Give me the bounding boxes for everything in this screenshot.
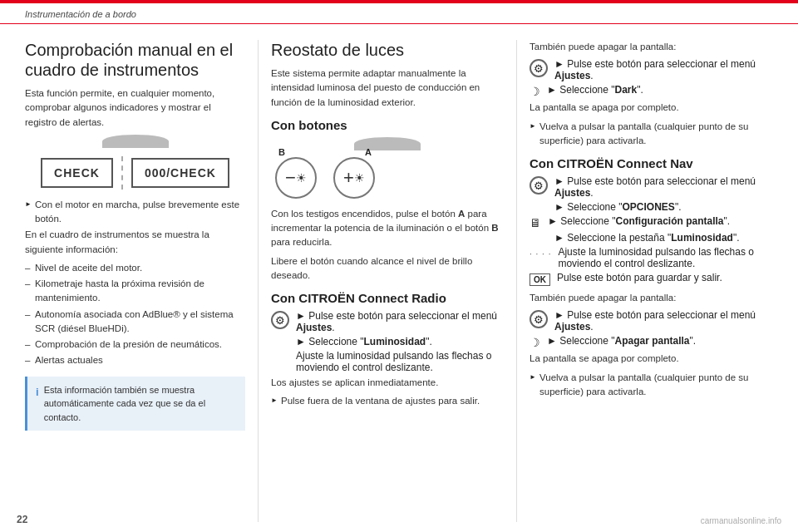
page-number: 22: [17, 514, 27, 525]
middle-subsection1: Con botones: [271, 118, 504, 132]
dash2: Kilometraje hasta la próxima revisión de…: [25, 277, 245, 306]
radio-bullet2: ► Seleccione "Luminosidad".: [296, 336, 432, 347]
info-icon: i: [36, 384, 39, 425]
nav-bullet2: ► Seleccione "OPCIONES".: [554, 201, 681, 213]
radio-body1: Los ajustes se aplican inmediatamente.: [271, 376, 504, 390]
left-main-title: Comprobación manual en el cuadro de inst…: [25, 40, 245, 80]
instrument-display: CHECK 000/CHECK: [25, 156, 245, 190]
body-buttons2: Libere el botón cuando alcance el nivel …: [271, 254, 504, 283]
page: Instrumentación de a bordo Comprobación …: [0, 0, 798, 532]
radio-bullet4: Pulse fuera de la ventana de ajustes par…: [271, 394, 504, 408]
ok-icon: OK: [530, 273, 550, 286]
nav-row3: 🖥 ► Seleccione "Configuración pantalla".: [530, 215, 773, 229]
sun-icon-left: ☀: [296, 171, 307, 185]
also-can-text: También puede apagar la pantalla:: [530, 40, 773, 54]
settings-icon: ⚙: [271, 311, 289, 329]
settings-icon-nav2: ⚙: [530, 310, 548, 328]
minus-symbol: −: [285, 167, 296, 189]
dash3: Autonomía asociada con AdBlue® y el sist…: [25, 308, 245, 337]
screen-off-text2: La pantalla se apaga por completo.: [530, 352, 773, 366]
nav-row1: ⚙ ► Pulse este botón para seleccionar el…: [530, 175, 773, 199]
middle-column: Reostato de luces Este sistema permite a…: [259, 32, 516, 530]
header-title: Instrumentación de a bordo: [25, 9, 136, 19]
content-columns: Comprobación manual en el cuadro de inst…: [0, 32, 798, 530]
right-bullet2: ► Seleccione "Dark".: [547, 84, 643, 96]
dash4: Comprobación de la presión de neumáticos…: [25, 337, 245, 352]
nav-bullet5: Ajuste la luminosidad pulsando las flech…: [558, 246, 773, 269]
info-text: Esta información también se muestra auto…: [44, 383, 237, 425]
moon-icon: ☽: [530, 85, 540, 98]
dashed-divider: [121, 156, 123, 190]
nav-bullet4: ► Seleccione la pestaña "Luminosidad".: [554, 232, 740, 244]
plus-symbol: +: [343, 167, 354, 189]
rheostat-buttons: B − ☀ A + ☀: [271, 157, 504, 199]
rheostat-curve: [354, 137, 421, 150]
nav-row6: OK Pulse este botón para guardar y salir…: [530, 272, 773, 286]
screen-off-text: La pantalla se apaga por completo.: [530, 101, 773, 115]
right-row1: ⚙ ► Pulse este botón para seleccionar el…: [530, 58, 773, 81]
nav-bullet6: Pulse este botón para guardar y salir.: [557, 272, 722, 283]
bullet1: Con el motor en marcha, pulse brevemente…: [25, 198, 245, 227]
nav-bullet1: ► Pulse este botón para seleccionar el m…: [554, 175, 773, 199]
settings-icon-nav1: ⚙: [530, 176, 548, 195]
btn-minus[interactable]: B − ☀: [275, 157, 317, 199]
left-intro: Esta función permite, en cualquier momen…: [25, 86, 245, 130]
dash1: Nivel de aceite del motor.: [25, 261, 245, 275]
header: Instrumentación de a bordo: [0, 3, 798, 24]
body-buttons1: Con los testigos encendidos, pulse el bo…: [271, 207, 504, 250]
radio-row1: ⚙ ► Pulse este botón para seleccionar el…: [271, 310, 504, 333]
btn-plus[interactable]: A + ☀: [333, 157, 375, 199]
right-row2: ☽ ► Seleccione "Dark".: [530, 84, 773, 98]
also-can-text2: También puede apagar la pantalla:: [530, 291, 773, 305]
nav-row5: · · · · Ajuste la luminosidad pulsando l…: [530, 246, 773, 269]
radio-row2: ► Seleccione "Luminosidad".: [271, 336, 504, 347]
right-subsection1: Con CITROËN Connect Nav: [530, 156, 773, 170]
middle-intro: Este sistema permite adaptar manualmente…: [271, 66, 504, 110]
right-bullet1: ► Pulse este botón para seleccionar el m…: [554, 58, 773, 81]
check-label: CHECK: [41, 158, 113, 188]
right-column: También puede apagar la pantalla: ⚙ ► Pu…: [517, 32, 781, 530]
nav3-bullet2: ► Seleccione "Apagar pantalla".: [547, 335, 696, 347]
info-box: i Esta información también se muestra au…: [25, 377, 245, 431]
middle-subsection2: Con CITROËN Connect Radio: [271, 291, 504, 305]
nav2-row1: ⚙ ► Pulse este botón para seleccionar el…: [530, 309, 773, 332]
radio-bullet3: Ajuste la luminosidad pulsando las flech…: [296, 350, 504, 373]
reactivate2: Vuelva a pulsar la pantalla (cualquier p…: [530, 371, 773, 400]
btn-b-label: B: [278, 147, 285, 157]
moon-icon2: ☽: [530, 336, 540, 349]
left-column: Comprobación manual en el cuadro de inst…: [17, 32, 258, 530]
watermark: carmanualsonline.info: [701, 516, 781, 525]
nav2-row2: ☽ ► Seleccione "Apagar pantalla".: [530, 335, 773, 349]
radio-bullet1: ► Pulse este botón para seleccionar el m…: [296, 310, 504, 333]
monitor-icon: 🖥: [530, 216, 541, 229]
curve-illustration: [102, 135, 169, 148]
dots-icon: · · · ·: [530, 249, 551, 259]
radio-row3: Ajuste la luminosidad pulsando las flech…: [271, 350, 504, 373]
reactivate: Vuelva a pulsar la pantalla (cualquier p…: [530, 120, 773, 149]
dash5: Alertas actuales: [25, 353, 245, 367]
sun-icon-right: ☀: [354, 171, 365, 185]
body2: En el cuadro de instrumentos se muestra …: [25, 228, 245, 257]
settings-icon-right1: ⚙: [530, 59, 548, 77]
nav-row2: ► Seleccione "OPCIONES".: [530, 201, 773, 213]
middle-main-title: Reostato de luces: [271, 40, 504, 60]
check-value-label: 000/CHECK: [131, 158, 229, 188]
btn-a-label: A: [365, 147, 372, 157]
nav-row4: ► Seleccione la pestaña "Luminosidad".: [530, 232, 773, 244]
nav-bullet3: ► Seleccione "Configuración pantalla".: [548, 215, 730, 227]
nav3-bullet1: ► Pulse este botón para seleccionar el m…: [554, 309, 773, 332]
